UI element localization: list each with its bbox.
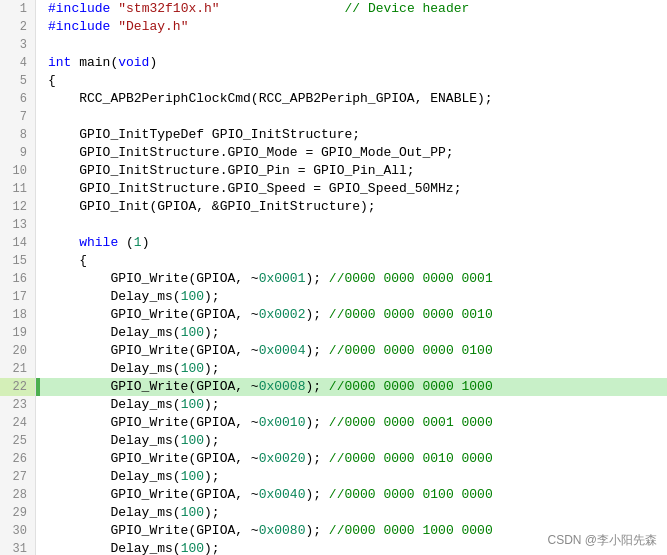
line-content-1: #include "stm32f10x.h" // Device header: [40, 0, 667, 18]
line-content-11: GPIO_InitStructure.GPIO_Speed = GPIO_Spe…: [40, 180, 667, 198]
line-content-18: GPIO_Write(GPIOA, ~0x0002); //0000 0000 …: [40, 306, 667, 324]
line-num-15: 15: [0, 252, 36, 270]
line-num-29: 29: [0, 504, 36, 522]
line-content-26: GPIO_Write(GPIOA, ~0x0020); //0000 0000 …: [40, 450, 667, 468]
code-container: 1 #include "stm32f10x.h" // Device heade…: [0, 0, 667, 555]
code-line-2: 2 #include "Delay.h": [0, 18, 667, 36]
line-content-25: Delay_ms(100);: [40, 432, 667, 450]
line-num-12: 12: [0, 198, 36, 216]
code-line-29: 29 Delay_ms(100);: [0, 504, 667, 522]
code-line-6: 6 RCC_APB2PeriphClockCmd(RCC_APB2Periph_…: [0, 90, 667, 108]
line-content-21: Delay_ms(100);: [40, 360, 667, 378]
line-num-2: 2: [0, 18, 36, 36]
code-line-17: 17 Delay_ms(100);: [0, 288, 667, 306]
code-line-20: 20 GPIO_Write(GPIOA, ~0x0004); //0000 00…: [0, 342, 667, 360]
line-num-28: 28: [0, 486, 36, 504]
line-num-22: 22: [0, 378, 36, 396]
code-line-26: 26 GPIO_Write(GPIOA, ~0x0020); //0000 00…: [0, 450, 667, 468]
code-line-14: 14 while (1): [0, 234, 667, 252]
code-line-25: 25 Delay_ms(100);: [0, 432, 667, 450]
line-num-26: 26: [0, 450, 36, 468]
code-line-16: 16 GPIO_Write(GPIOA, ~0x0001); //0000 00…: [0, 270, 667, 288]
code-line-1: 1 #include "stm32f10x.h" // Device heade…: [0, 0, 667, 18]
line-num-9: 9: [0, 144, 36, 162]
line-content-28: GPIO_Write(GPIOA, ~0x0040); //0000 0000 …: [40, 486, 667, 504]
line-content-9: GPIO_InitStructure.GPIO_Mode = GPIO_Mode…: [40, 144, 667, 162]
code-line-23: 23 Delay_ms(100);: [0, 396, 667, 414]
line-content-5: {: [40, 72, 667, 90]
code-line-24: 24 GPIO_Write(GPIOA, ~0x0010); //0000 00…: [0, 414, 667, 432]
line-content-29: Delay_ms(100);: [40, 504, 667, 522]
line-num-27: 27: [0, 468, 36, 486]
code-line-12: 12 GPIO_Init(GPIOA, &GPIO_InitStructure)…: [0, 198, 667, 216]
line-num-6: 6: [0, 90, 36, 108]
line-num-31: 31: [0, 540, 36, 555]
line-content-22: GPIO_Write(GPIOA, ~0x0008); //0000 0000 …: [40, 378, 667, 396]
code-line-27: 27 Delay_ms(100);: [0, 468, 667, 486]
line-content-13: [40, 216, 667, 234]
line-content-8: GPIO_InitTypeDef GPIO_InitStructure;: [40, 126, 667, 144]
code-line-7: 7: [0, 108, 667, 126]
line-num-30: 30: [0, 522, 36, 540]
code-area: 1 #include "stm32f10x.h" // Device heade…: [0, 0, 667, 555]
line-num-1: 1: [0, 0, 36, 18]
code-line-11: 11 GPIO_InitStructure.GPIO_Speed = GPIO_…: [0, 180, 667, 198]
line-num-17: 17: [0, 288, 36, 306]
line-content-3: [40, 36, 667, 54]
code-line-28: 28 GPIO_Write(GPIOA, ~0x0040); //0000 00…: [0, 486, 667, 504]
line-content-12: GPIO_Init(GPIOA, &GPIO_InitStructure);: [40, 198, 667, 216]
code-line-13: 13: [0, 216, 667, 234]
line-content-6: RCC_APB2PeriphClockCmd(RCC_APB2Periph_GP…: [40, 90, 667, 108]
line-content-7: [40, 108, 667, 126]
line-content-10: GPIO_InitStructure.GPIO_Pin = GPIO_Pin_A…: [40, 162, 667, 180]
line-num-5: 5: [0, 72, 36, 90]
code-line-21: 21 Delay_ms(100);: [0, 360, 667, 378]
line-content-20: GPIO_Write(GPIOA, ~0x0004); //0000 0000 …: [40, 342, 667, 360]
line-content-14: while (1): [40, 234, 667, 252]
line-content-24: GPIO_Write(GPIOA, ~0x0010); //0000 0000 …: [40, 414, 667, 432]
code-line-18: 18 GPIO_Write(GPIOA, ~0x0002); //0000 00…: [0, 306, 667, 324]
code-line-15: 15 {: [0, 252, 667, 270]
line-num-11: 11: [0, 180, 36, 198]
code-line-5: 5 {: [0, 72, 667, 90]
line-content-17: Delay_ms(100);: [40, 288, 667, 306]
line-num-3: 3: [0, 36, 36, 54]
line-num-16: 16: [0, 270, 36, 288]
code-line-19: 19 Delay_ms(100);: [0, 324, 667, 342]
line-num-10: 10: [0, 162, 36, 180]
code-line-10: 10 GPIO_InitStructure.GPIO_Pin = GPIO_Pi…: [0, 162, 667, 180]
code-line-3: 3: [0, 36, 667, 54]
line-content-27: Delay_ms(100);: [40, 468, 667, 486]
line-num-14: 14: [0, 234, 36, 252]
line-content-19: Delay_ms(100);: [40, 324, 667, 342]
line-num-7: 7: [0, 108, 36, 126]
line-num-4: 4: [0, 54, 36, 72]
line-num-25: 25: [0, 432, 36, 450]
line-content-16: GPIO_Write(GPIOA, ~0x0001); //0000 0000 …: [40, 270, 667, 288]
code-line-4: 4 int main(void): [0, 54, 667, 72]
line-num-23: 23: [0, 396, 36, 414]
line-num-13: 13: [0, 216, 36, 234]
line-content-2: #include "Delay.h": [40, 18, 667, 36]
line-content-4: int main(void): [40, 54, 667, 72]
watermark: CSDN @李小阳先森: [547, 532, 657, 549]
line-content-15: {: [40, 252, 667, 270]
line-num-20: 20: [0, 342, 36, 360]
line-num-21: 21: [0, 360, 36, 378]
code-line-8: 8 GPIO_InitTypeDef GPIO_InitStructure;: [0, 126, 667, 144]
code-line-9: 9 GPIO_InitStructure.GPIO_Mode = GPIO_Mo…: [0, 144, 667, 162]
line-content-23: Delay_ms(100);: [40, 396, 667, 414]
code-line-22: 22 GPIO_Write(GPIOA, ~0x0008); //0000 00…: [0, 378, 667, 396]
line-num-19: 19: [0, 324, 36, 342]
line-num-24: 24: [0, 414, 36, 432]
line-num-8: 8: [0, 126, 36, 144]
line-num-18: 18: [0, 306, 36, 324]
